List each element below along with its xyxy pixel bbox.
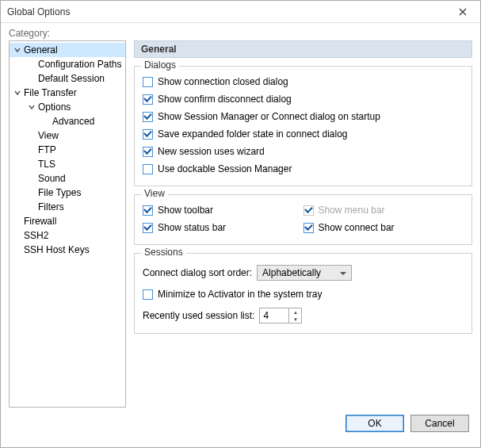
twisty-spacer xyxy=(27,145,36,155)
tree-item[interactable]: SSH Host Keys xyxy=(10,243,125,257)
tree-item[interactable]: SSH2 xyxy=(10,228,125,243)
tree-item-label: FTP xyxy=(38,144,56,155)
tree-item[interactable]: Options xyxy=(10,100,125,114)
tree-item[interactable]: File Transfer xyxy=(10,86,125,100)
group-dialogs: Dialogs Show connection closed dialogSho… xyxy=(134,66,472,186)
sort-order-row: Connect dialog sort order: Alphabeticall… xyxy=(143,263,464,282)
main-row: GeneralConfiguration PathsDefault Sessio… xyxy=(9,40,472,408)
checkbox[interactable] xyxy=(143,147,153,157)
tree-item[interactable]: TLS xyxy=(10,157,125,171)
recent-sessions-row: Recently used session list: 4 ▲ ▼ xyxy=(143,306,464,325)
checkbox-label: Show confirm disconnect dialog xyxy=(158,94,292,105)
tree-item[interactable]: View xyxy=(10,128,125,143)
tree-item[interactable]: Firewall xyxy=(10,214,125,228)
tree-item[interactable]: FTP xyxy=(10,143,125,157)
tree-item-label: Filters xyxy=(38,201,64,213)
minimize-checkbox[interactable] xyxy=(143,289,153,300)
chevron-down-icon[interactable] xyxy=(27,102,36,112)
minimize-label: Minimize to Activator in the system tray xyxy=(158,289,322,300)
checkbox-row: Show connection closed dialog xyxy=(143,73,464,90)
global-options-window: Global Options Category: GeneralConfigur… xyxy=(0,0,481,448)
checkbox-row: Show menu bar xyxy=(303,201,464,219)
checkbox-row: Show Session Manager or Connect dialog o… xyxy=(143,108,464,125)
tree-item[interactable]: General xyxy=(10,43,125,57)
twisty-spacer xyxy=(41,117,51,126)
checkbox xyxy=(303,205,314,216)
close-button[interactable] xyxy=(445,1,480,22)
tree-item-label: Firewall xyxy=(24,216,56,227)
panel-heading: General xyxy=(134,40,472,58)
spinner-buttons[interactable]: ▲ ▼ xyxy=(288,308,301,323)
twisty-spacer xyxy=(13,245,22,255)
group-sessions-title: Sessions xyxy=(141,247,186,258)
tree-item-label: SSH2 xyxy=(24,230,48,241)
checkbox-row: Show toolbar xyxy=(143,201,303,219)
ok-button[interactable]: OK xyxy=(345,415,404,432)
sort-order-select[interactable]: Alphabetically xyxy=(257,265,352,281)
checkbox-label: New session uses wizard xyxy=(158,146,265,157)
tree-item[interactable]: Configuration Paths xyxy=(10,57,125,71)
tree-item-label: Options xyxy=(38,101,71,113)
tree-item-label: Sound xyxy=(38,173,66,184)
checkbox-label: Show connection closed dialog xyxy=(158,76,288,87)
twisty-spacer xyxy=(27,131,36,140)
tree-item-label: Advanced xyxy=(52,116,94,127)
checkbox-row: Show status bar xyxy=(143,219,303,236)
tree-item-label: Default Session xyxy=(38,73,105,84)
twisty-spacer xyxy=(13,231,22,240)
checkbox-label: Use dockable Session Manager xyxy=(158,163,292,174)
tree-item-label: SSH Host Keys xyxy=(24,244,90,255)
tree-item[interactable]: Default Session xyxy=(10,71,125,86)
checkbox-label: Show connect bar xyxy=(319,222,395,233)
tree-item-label: File Transfer xyxy=(24,87,77,98)
sort-order-label: Connect dialog sort order: xyxy=(143,267,252,278)
tree-item[interactable]: Advanced xyxy=(10,114,125,128)
checkbox-row: Use dockable Session Manager xyxy=(143,160,464,178)
sort-order-value: Alphabetically xyxy=(262,267,321,278)
twisty-spacer xyxy=(27,188,36,197)
category-label: Category: xyxy=(9,28,472,39)
checkbox[interactable] xyxy=(143,94,153,105)
checkbox[interactable] xyxy=(303,223,314,233)
checkbox-label: Save expanded folder state in connect di… xyxy=(158,128,348,140)
spinner-up-icon[interactable]: ▲ xyxy=(289,308,301,316)
checkbox-row: Save expanded folder state in connect di… xyxy=(143,125,464,143)
checkbox-label: Show Session Manager or Connect dialog o… xyxy=(158,111,380,122)
tree-item-label: General xyxy=(24,44,58,56)
checkbox[interactable] xyxy=(143,77,153,87)
checkbox[interactable] xyxy=(143,205,153,216)
twisty-spacer xyxy=(27,174,36,183)
minimize-row: Minimize to Activator in the system tray xyxy=(143,285,464,303)
checkbox[interactable] xyxy=(143,164,153,174)
tree-item-label: TLS xyxy=(38,159,55,170)
close-icon xyxy=(459,8,467,16)
titlebar: Global Options xyxy=(1,1,480,23)
twisty-spacer xyxy=(27,159,36,169)
checkbox[interactable] xyxy=(143,112,153,122)
spinner-down-icon[interactable]: ▼ xyxy=(289,316,301,323)
category-tree[interactable]: GeneralConfiguration PathsDefault Sessio… xyxy=(9,40,126,408)
cancel-button[interactable]: Cancel xyxy=(410,415,469,432)
tree-item[interactable]: File Types xyxy=(10,186,125,200)
settings-panel: General Dialogs Show connection closed d… xyxy=(134,40,472,408)
recent-sessions-spinner[interactable]: 4 ▲ ▼ xyxy=(259,308,302,324)
group-view: View Show toolbarShow status barShow men… xyxy=(134,194,472,245)
tree-item[interactable]: Filters xyxy=(10,200,125,214)
dialog-footer: OK Cancel xyxy=(9,408,472,439)
twisty-spacer xyxy=(13,216,22,226)
tree-item-label: View xyxy=(38,130,59,141)
tree-item[interactable]: Sound xyxy=(10,171,125,186)
checkbox-label: Show menu bar xyxy=(319,205,385,216)
checkbox[interactable] xyxy=(143,223,153,233)
checkbox[interactable] xyxy=(143,129,153,140)
recent-sessions-value: 4 xyxy=(260,310,288,321)
checkbox-label: Show status bar xyxy=(158,222,226,233)
chevron-down-icon[interactable] xyxy=(13,45,22,55)
chevron-down-icon[interactable] xyxy=(13,88,22,98)
window-title: Global Options xyxy=(7,6,445,17)
twisty-spacer xyxy=(27,74,36,83)
tree-item-label: Configuration Paths xyxy=(38,59,121,70)
twisty-spacer xyxy=(27,59,36,69)
dialog-body: Category: GeneralConfiguration PathsDefa… xyxy=(1,23,480,447)
checkbox-row: Show connect bar xyxy=(303,219,464,236)
